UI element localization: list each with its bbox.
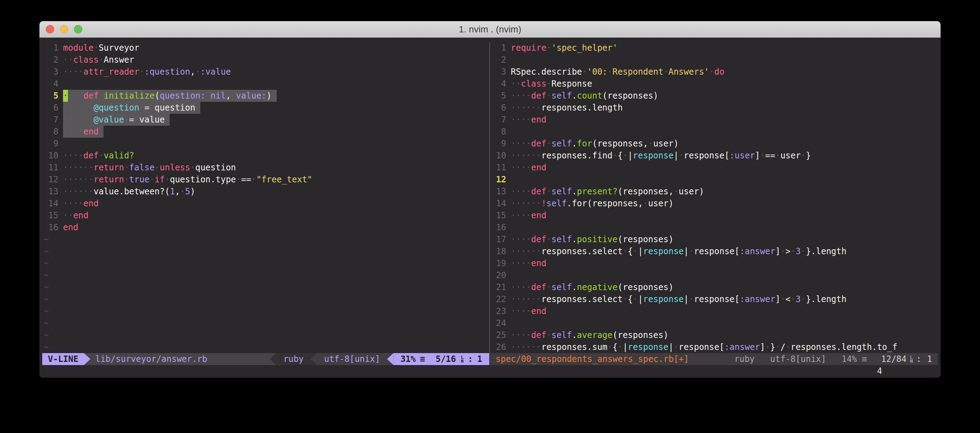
column-number: 1 — [927, 354, 932, 364]
tilde-empty-line: ~ — [44, 305, 49, 317]
terminal-window: 1. nvim . (nvim) 1module·Surveyor2··clas… — [40, 21, 940, 378]
code-line: 19····end — [490, 257, 938, 269]
editor-pane-left[interactable]: 1module·Surveyor2··class·Answer3····attr… — [42, 42, 489, 353]
code-text: ····def·self.average(responses) — [511, 329, 668, 341]
tilde-empty-line: ~ — [44, 233, 49, 245]
showcmd-indicator: 4 — [877, 365, 882, 377]
line-number: 11 — [490, 162, 506, 174]
code-text: ······responses.length — [511, 102, 623, 114]
code-line: 12 — [490, 174, 938, 186]
scroll-percent: 31% — [401, 354, 416, 364]
minimize-button[interactable] — [60, 25, 68, 33]
code-text: ······@question·=·question — [63, 102, 200, 114]
code-text: ····end — [511, 114, 546, 126]
mode-indicator: V-LINE — [42, 353, 84, 365]
code-line: 24 — [490, 317, 938, 329]
code-text: ····def·self.negative(responses) — [511, 281, 673, 293]
line-number: 7 — [490, 114, 506, 126]
powerline-separator-icon — [387, 353, 393, 365]
line-number: 26 — [490, 341, 506, 353]
code-text: ······value.between?(1,·5) — [63, 186, 196, 197]
zoom-button[interactable] — [74, 25, 83, 33]
code-text: module·Surveyor — [63, 42, 139, 54]
code-text: ··class·Response — [511, 78, 592, 90]
powerline-separator-icon — [84, 353, 91, 365]
tilde-empty-line: ~ — [44, 281, 49, 293]
line-number: 25 — [490, 329, 506, 341]
code-line: 15··end — [42, 209, 489, 221]
code-text: ······responses.select·{·|response|·resp… — [511, 293, 846, 305]
editor-pane-right[interactable]: 1require·'spec_helper'23RSpec.describe·'… — [490, 42, 938, 353]
line-number: 7 — [42, 114, 59, 126]
status-row: V-LINE lib/surveyor/answer.rb ruby utf-8… — [42, 353, 938, 365]
code-text: ····end — [511, 257, 546, 269]
window-title: 1. nvim . (nvim) — [459, 24, 521, 35]
code-text: ··end — [63, 209, 88, 221]
line-number-icon: LN — [910, 355, 913, 363]
line-number: 5 — [490, 90, 506, 102]
code-line: 9····def·self.for(responses,·user) — [490, 138, 938, 150]
line-number: 10 — [42, 150, 59, 162]
tilde-empty-line: ~ — [44, 245, 49, 257]
close-button[interactable] — [46, 25, 54, 33]
line-number: 10 — [490, 150, 506, 162]
encoding-indicator: utf-8[unix] — [770, 354, 826, 364]
line-number: 18 — [490, 245, 506, 257]
line-number: 1 — [490, 42, 506, 54]
code-line: 10····def·valid? — [42, 150, 489, 162]
code-text: end — [63, 221, 78, 233]
code-text: ····end — [63, 197, 99, 209]
code-text: ······!self.for(responses,·user) — [511, 197, 673, 209]
code-line: 7······@value·=·value — [42, 114, 489, 126]
statusline-active: V-LINE lib/surveyor/answer.rb ruby utf-8… — [42, 353, 489, 365]
line-number: 2 — [490, 54, 506, 66]
powerline-separator-icon — [311, 353, 317, 365]
line-number: 8 — [42, 126, 59, 138]
cursor-block: · — [63, 90, 68, 102]
lines-icon: ≡ — [420, 354, 425, 364]
code-line: 6······@question·=·question — [42, 102, 489, 114]
code-text: RSpec.describe·'00:·Respondent·Answers'·… — [511, 66, 724, 78]
command-line[interactable]: 4 — [42, 365, 938, 377]
code-text: ······responses.find·{·|response|·respon… — [511, 150, 811, 162]
code-text: ····end — [511, 305, 546, 317]
code-line: 4 — [42, 78, 489, 90]
code-line: 3····attr_reader·:question,·:value — [42, 66, 489, 78]
code-text: ····end — [511, 209, 546, 221]
line-number: 14 — [490, 197, 506, 209]
line-number: 12 — [490, 174, 506, 186]
cursor-position-section: 31% ≡ 5/16 LN : 1 — [393, 353, 489, 365]
code-line: 8 — [490, 126, 938, 138]
code-text: ····def·self.count(responses) — [511, 90, 658, 102]
traffic-lights — [46, 21, 83, 37]
code-line: 4··class·Response — [490, 78, 938, 90]
line-number: 15 — [42, 209, 59, 221]
code-line: 22······responses.select·{·|response|·re… — [490, 293, 938, 305]
code-text: ······responses.sum·{·|response|·respons… — [511, 341, 897, 353]
cursor-position-section: 12/84 LN : 1 — [881, 354, 932, 364]
line-number: 17 — [490, 233, 506, 245]
code-line: 8····end — [42, 126, 489, 138]
line-number: 3 — [490, 66, 506, 78]
code-text: ······return·false·unless·question — [63, 162, 236, 174]
window-titlebar[interactable]: 1. nvim . (nvim) — [40, 21, 940, 38]
line-number: 11 — [42, 162, 59, 174]
code-line: 13······value.between?(1,·5) — [42, 186, 489, 197]
line-number: 24 — [490, 317, 506, 329]
code-text: ····def·initialize(question:·nil,·value:… — [63, 90, 277, 102]
code-text: require·'spec_helper' — [511, 42, 617, 54]
encoding-indicator: utf-8[unix] — [317, 353, 387, 365]
code-text: ··class·Answer — [63, 54, 134, 66]
line-number: 9 — [42, 138, 59, 150]
colon-separator: : — [468, 354, 473, 364]
code-text: ····attr_reader·:question,·:value — [63, 66, 231, 78]
line-number: 21 — [490, 281, 506, 293]
code-text: ····def·self.for(responses,·user) — [511, 138, 679, 150]
line-number: 14 — [42, 197, 59, 209]
filetype-indicator: ruby — [734, 354, 755, 364]
colon-separator: : — [916, 354, 921, 364]
code-line: 1module·Surveyor — [42, 42, 489, 54]
line-number: 9 — [490, 138, 506, 150]
code-line: 12······return·true·if·question.type·==·… — [42, 174, 489, 186]
tilde-empty-line: ~ — [44, 293, 49, 305]
